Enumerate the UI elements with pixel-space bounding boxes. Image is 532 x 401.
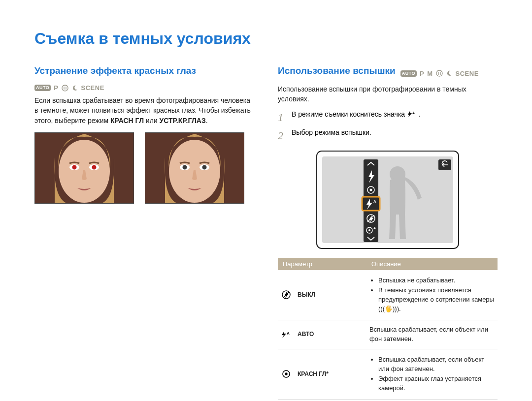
step-1: 1 В режиме съемки коснитесь значка A . xyxy=(278,109,498,125)
flash-auto-icon: A xyxy=(407,111,417,118)
mode-icons-left: AUTO P SCENE xyxy=(34,84,254,92)
example-photo-red-eyes xyxy=(34,132,134,204)
svg-point-12 xyxy=(183,165,187,169)
svg-point-27 xyxy=(368,229,370,231)
table-row: A АВТО Вспышка срабатывает, если объект … xyxy=(278,320,498,349)
mode-scene-icon: SCENE xyxy=(81,84,104,92)
param-label: АВТО xyxy=(298,330,314,339)
page-title: Съемка в темных условиях xyxy=(34,30,498,48)
table-row: ВЫКЛ Вспышка не срабатывает. В темных ус… xyxy=(278,270,498,320)
table-row: КРАСН ГЛ* Вспышка срабатывает, если объе… xyxy=(278,349,498,399)
svg-text:A: A xyxy=(412,111,415,115)
flash-options-table: Параметр Описание ВЫКЛ xyxy=(278,258,498,400)
mode-dual-icon xyxy=(436,70,443,77)
mode-icons-right: AUTO P M SCENE xyxy=(400,70,479,77)
svg-point-6 xyxy=(92,165,97,169)
mode-label-red: КРАСН ГЛ xyxy=(110,117,144,124)
svg-text:A: A xyxy=(287,331,290,336)
mode-dual-icon xyxy=(62,85,68,92)
section-heading-flash: Использование вспышки xyxy=(278,65,396,76)
table-header-param: Параметр xyxy=(278,258,366,270)
desc-text: Вспышка срабатывает, если объект или фон… xyxy=(366,320,498,349)
svg-point-5 xyxy=(72,165,77,169)
section-heading-redeye: Устранение эффекта красных глаз xyxy=(34,65,196,76)
table-header-desc: Описание xyxy=(366,258,498,270)
mode-p-icon: P xyxy=(420,70,424,77)
step-number: 1 xyxy=(278,109,287,125)
svg-point-33 xyxy=(285,373,287,375)
mode-m-icon: M xyxy=(427,70,432,77)
manual-page: Съемка в темных условиях Устранение эффе… xyxy=(0,0,532,401)
desc-list: Вспышка не срабатывает. В темных условия… xyxy=(369,276,495,314)
camera-display-mock: A A xyxy=(316,151,459,249)
param-label: ВЫКЛ xyxy=(298,291,315,299)
step-number: 2 xyxy=(278,127,287,144)
svg-point-21 xyxy=(370,188,372,191)
mode-auto-icon: AUTO xyxy=(34,85,51,91)
right-column: Использование вспышки AUTO P M SCENE Исп… xyxy=(278,65,498,400)
svg-text:A: A xyxy=(373,226,376,230)
mode-scene-icon: SCENE xyxy=(456,70,479,77)
redeye-paragraph: Если вспышка срабатывает во время фотогр… xyxy=(34,95,254,125)
param-label: КРАСН ГЛ* xyxy=(298,370,329,378)
mode-night-icon xyxy=(446,70,453,77)
example-photo-row xyxy=(34,132,254,204)
mode-auto-icon: AUTO xyxy=(400,70,417,77)
steps-list: 1 В режиме съемки коснитесь значка A . 2… xyxy=(278,109,498,144)
mode-label-redfix: УСТР.КР.ГЛАЗ xyxy=(160,117,206,124)
redeye-icon xyxy=(281,369,292,379)
flash-off-icon xyxy=(281,290,292,300)
mode-p-icon: P xyxy=(54,84,58,92)
content-columns: Устранение эффекта красных глаз AUTO P S… xyxy=(34,65,498,400)
svg-rect-16 xyxy=(322,156,453,243)
desc-list: Вспышка срабатывает, если объект или фон… xyxy=(369,355,495,393)
svg-point-13 xyxy=(202,165,207,169)
svg-text:A: A xyxy=(373,199,376,204)
example-photo-fixed-eyes xyxy=(145,132,244,204)
step-2: 2 Выбор режима вспышки. xyxy=(278,127,498,144)
flash-intro-text: Использование вспышки при фотографирован… xyxy=(278,84,498,104)
flash-auto-icon: A xyxy=(281,331,292,339)
left-column: Устранение эффекта красных глаз AUTO P S… xyxy=(34,65,254,400)
mode-night-icon xyxy=(71,85,78,92)
